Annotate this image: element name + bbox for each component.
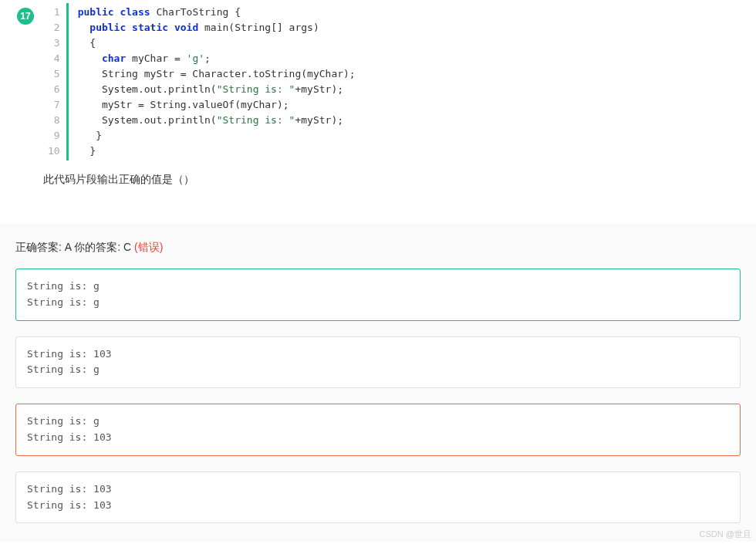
- watermark: CSDN @世且: [700, 529, 751, 540]
- answer-option[interactable]: String is: 103 String is: g: [15, 336, 741, 389]
- answer-option[interactable]: String is: g String is: g: [15, 269, 741, 321]
- answer-status: 正确答案: A 你的答案: C (错误): [15, 241, 741, 255]
- correct-answer-label: 正确答案:: [15, 241, 65, 253]
- your-answer-label: 你的答案:: [71, 241, 123, 253]
- question-number-badge: 17: [17, 8, 34, 25]
- wrong-indicator: (错误): [131, 241, 163, 253]
- your-answer-value: C: [123, 241, 131, 253]
- question-text: 此代码片段输出正确的值是（）: [0, 160, 756, 194]
- code-snippet: 12345678910 public class CharToString { …: [43, 3, 756, 160]
- answer-option[interactable]: String is: 103 String is: 103: [15, 471, 741, 524]
- answer-option[interactable]: String is: g String is: 103: [15, 404, 741, 456]
